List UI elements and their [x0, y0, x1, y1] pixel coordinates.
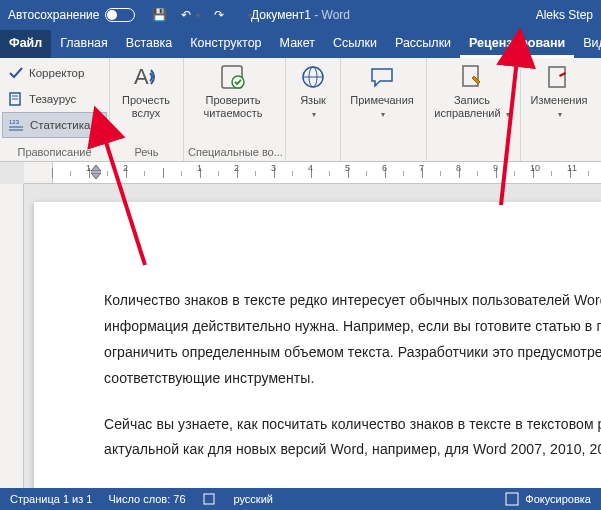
status-proofing[interactable]: [202, 491, 218, 507]
group-caption-comments: [341, 144, 426, 161]
redo-icon: ↷: [211, 7, 227, 23]
editor-button[interactable]: Корректор: [2, 60, 107, 86]
group-comments: Примечания▾: [341, 58, 427, 161]
toggle-off-icon[interactable]: [105, 8, 135, 22]
tab-layout[interactable]: Макет: [271, 30, 324, 58]
group-caption-changes: [521, 144, 601, 161]
save-button[interactable]: 💾: [145, 3, 173, 27]
status-page[interactable]: Страница 1 из 1: [10, 493, 92, 505]
check-accessibility-label: Проверить читаемость: [204, 94, 263, 119]
group-caption-language: [286, 144, 340, 161]
statusbar: Страница 1 из 1 Число слов: 76 русский Ф…: [0, 488, 601, 510]
group-speech: A Прочесть вслух Речь: [110, 58, 184, 161]
status-language[interactable]: русский: [234, 493, 273, 505]
svg-rect-13: [549, 67, 565, 87]
autosave-toggle[interactable]: Автосохранение: [0, 8, 135, 22]
accessibility-icon: [218, 62, 248, 92]
globe-icon: [298, 62, 328, 92]
quick-access-toolbar: 💾 ↶▾ ↷ ▾: [145, 3, 263, 27]
svg-rect-16: [204, 494, 214, 504]
undo-button[interactable]: ↶▾: [175, 3, 203, 27]
chevron-down-icon: ▾: [312, 110, 316, 119]
group-caption-tracking: [427, 144, 520, 161]
changes-label: Изменения: [531, 94, 588, 106]
titlebar: Автосохранение 💾 ↶▾ ↷ ▾ Документ1 - Word…: [0, 0, 601, 30]
autosave-label: Автосохранение: [8, 8, 99, 22]
check-icon: [8, 65, 24, 81]
redo-button[interactable]: ↷: [205, 3, 233, 27]
chevron-down-icon: ▾: [506, 110, 510, 119]
ruler-ticks: 12123456789101112131415: [52, 165, 601, 181]
tab-insert[interactable]: Вставка: [117, 30, 181, 58]
paragraph[interactable]: Количество знаков в тексте редко интерес…: [104, 288, 601, 392]
group-caption-proofing: Правописание: [0, 144, 109, 161]
group-language: Язык▾: [286, 58, 341, 161]
window-title: Документ1 - Word: [251, 8, 350, 22]
proofing-icon: [202, 491, 218, 507]
group-caption-speech: Речь: [110, 144, 183, 161]
status-word-count[interactable]: Число слов: 76: [108, 493, 185, 505]
comments-label: Примечания: [350, 94, 414, 106]
count-icon: 123: [9, 117, 25, 133]
svg-rect-17: [506, 493, 518, 505]
tab-review[interactable]: Рецензировани: [460, 30, 574, 58]
track-changes-label: Запись исправлений: [434, 94, 500, 119]
ruler-vertical[interactable]: [0, 184, 24, 488]
group-changes: Изменения▾: [521, 58, 601, 161]
document-area[interactable]: Количество знаков в тексте редко интерес…: [24, 184, 601, 488]
status-focus-mode[interactable]: Фокусировка: [504, 491, 591, 507]
changes-button[interactable]: Изменения▾: [521, 58, 597, 144]
document-name: Документ1: [251, 8, 311, 22]
thesaurus-label: Тезаурус: [29, 93, 76, 105]
ruler-horizontal[interactable]: 12123456789101112131415: [24, 162, 601, 184]
save-icon: 💾: [151, 7, 167, 23]
undo-icon: ↶: [178, 7, 194, 23]
tab-mailings[interactable]: Рассылки: [386, 30, 460, 58]
tab-references[interactable]: Ссылки: [324, 30, 386, 58]
comments-button[interactable]: Примечания▾: [341, 58, 423, 144]
track-changes-icon: [457, 62, 487, 92]
tab-design[interactable]: Конструктор: [181, 30, 270, 58]
svg-rect-12: [463, 66, 478, 86]
group-accessibility: Проверить читаемость Специальные во...: [184, 58, 286, 161]
focus-icon: [504, 491, 520, 507]
ribbon-tabs: Файл Главная Вставка Конструктор Макет С…: [0, 30, 601, 58]
comment-icon: [367, 62, 397, 92]
chevron-down-icon: ▾: [381, 110, 385, 119]
page[interactable]: Количество знаков в тексте редко интерес…: [34, 202, 601, 488]
ribbon: Корректор Тезаурус 123 Статистика Правоп…: [0, 58, 601, 162]
word-count-label: Статистика: [30, 119, 90, 131]
changes-icon: [544, 62, 574, 92]
tab-home[interactable]: Главная: [51, 30, 117, 58]
editor-label: Корректор: [29, 67, 84, 79]
thesaurus-button[interactable]: Тезаурус: [2, 86, 107, 112]
tab-view[interactable]: Вид: [574, 30, 601, 58]
group-tracking: Запись исправлений ▾: [427, 58, 521, 161]
read-aloud-button[interactable]: A Прочесть вслух: [110, 58, 182, 144]
language-label: Язык: [300, 94, 326, 106]
read-aloud-label: Прочесть вслух: [122, 94, 170, 119]
group-caption-accessibility: Специальные во...: [184, 144, 285, 161]
svg-text:A: A: [134, 64, 149, 89]
track-changes-button[interactable]: Запись исправлений ▾: [427, 58, 517, 144]
book-icon: [8, 91, 24, 107]
chevron-down-icon: ▾: [558, 110, 562, 119]
group-proofing: Корректор Тезаурус 123 Статистика Правоп…: [0, 58, 110, 161]
app-name: - Word: [311, 8, 350, 22]
read-aloud-icon: A: [131, 62, 161, 92]
language-button[interactable]: Язык▾: [286, 58, 340, 144]
tab-file[interactable]: Файл: [0, 30, 51, 58]
svg-text:123: 123: [9, 119, 20, 125]
user-account[interactable]: Aleks Step: [536, 8, 593, 22]
check-accessibility-button[interactable]: Проверить читаемость: [184, 58, 282, 144]
chevron-down-icon: ▾: [196, 11, 200, 20]
paragraph[interactable]: Сейчас вы узнаете, как посчитать количес…: [104, 412, 601, 464]
word-count-button[interactable]: 123 Статистика: [2, 112, 107, 138]
